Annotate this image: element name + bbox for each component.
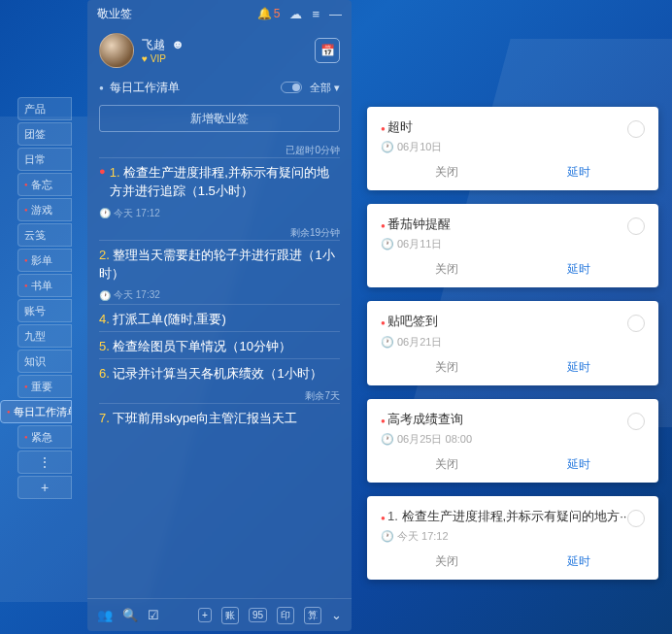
reminder-card: 高考成绩查询 🕐06月25日 08:00 关闭 延时 [367, 399, 658, 483]
delay-button[interactable]: 延时 [567, 553, 590, 570]
card-title: 番茄钟提醒 [381, 216, 645, 233]
clock-icon: 🕐 [381, 141, 394, 153]
task-list: 已超时0分钟 ● 1. 检查生产进度排程,并标示有疑问的地方并进行追踪（1.5小… [87, 140, 352, 598]
vip-badge: ♥ VIP [142, 53, 185, 64]
badge-95[interactable]: 95 [249, 608, 267, 622]
task-meta: 剩余19分钟 [99, 226, 340, 240]
side-tab[interactable]: 九型 [17, 324, 72, 348]
clock-icon: 🕐 [381, 336, 394, 349]
task-item[interactable]: 2. 整理当天需要赶的轮子并进行跟进（1小时） 🕐今天 17:32 [99, 240, 340, 305]
delay-button[interactable]: 延时 [567, 261, 590, 278]
list-header: ● 每日工作清单 全部 ▾ [87, 74, 352, 101]
panel-bottom: 👥 🔍 ☑ + 账 95 印 算 ⌄ [87, 598, 352, 631]
card-date: 🕐06月11日 [381, 237, 645, 251]
card-title: 贴吧签到 [381, 313, 645, 330]
side-tab[interactable]: 影单 [17, 249, 72, 272]
close-button[interactable]: 关闭 [435, 553, 458, 570]
card-date: 🕐06月25日 08:00 [381, 432, 645, 447]
more-tab[interactable]: ⋮ [17, 450, 72, 474]
complete-circle[interactable] [627, 120, 645, 138]
priority-dot-icon: ● [99, 164, 106, 201]
face-icon: ☻ [171, 37, 185, 51]
user-row: 飞越 ☻ ♥ VIP 📅 [87, 27, 352, 74]
delay-button[interactable]: 延时 [567, 164, 590, 181]
task-item[interactable]: ● 1. 检查生产进度排程,并标示有疑问的地方并进行追踪（1.5小时） 🕐今天 … [99, 157, 340, 222]
close-button[interactable]: 关闭 [435, 359, 458, 376]
minimize-icon[interactable]: — [329, 7, 342, 21]
complete-circle[interactable] [627, 413, 645, 430]
user-name: 飞越 [142, 38, 165, 51]
user-meta: 飞越 ☻ ♥ VIP [142, 37, 185, 64]
card-title: 高考成绩查询 [381, 411, 645, 428]
task-time: 🕐今天 17:32 [99, 288, 340, 302]
side-tab[interactable]: 日常 [17, 148, 72, 171]
card-date: 🕐06月10日 [381, 140, 645, 154]
badge-suan[interactable]: 算 [304, 607, 321, 624]
clock-icon: 🕐 [99, 208, 111, 218]
card-title: 1. 检查生产进度排程,并标示有疑问的地方·· [381, 508, 645, 525]
list-title: 每日工作清单 [110, 80, 281, 96]
close-button[interactable]: 关闭 [435, 164, 458, 181]
side-tab[interactable]: 团签 [17, 122, 72, 146]
reminder-card: 1. 检查生产进度排程,并标示有疑问的地方·· 🕐今天 17:12 关闭 延时 [367, 496, 658, 580]
card-date: 🕐今天 17:12 [381, 529, 645, 544]
delay-button[interactable]: 延时 [567, 359, 590, 376]
reminder-card: 贴吧签到 🕐06月21日 关闭 延时 [367, 301, 658, 384]
task-time: 🕐今天 17:12 [99, 207, 340, 220]
reminder-card: 超时 🕐06月10日 关闭 延时 [367, 107, 658, 190]
side-tab[interactable]: 每日工作清单 [0, 400, 72, 423]
task-item[interactable]: 4. 打派工单(随时,重要) [99, 304, 340, 331]
delay-button[interactable]: 延时 [567, 456, 590, 473]
calendar-icon[interactable]: 📅 [315, 38, 340, 63]
close-button[interactable]: 关闭 [435, 261, 458, 278]
reminder-card: 番茄钟提醒 🕐06月11日 关闭 延时 [367, 204, 658, 287]
side-tab[interactable]: 账号 [17, 299, 72, 322]
main-panel: 敬业签 🔔 5 ☁ ≡ — 飞越 ☻ ♥ VIP 📅 ● 每日工作清单 全部 ▾… [87, 0, 352, 631]
collapse-icon[interactable]: ⌄ [331, 608, 342, 622]
clock-icon: 🕐 [381, 238, 394, 250]
header-dot-icon: ● [99, 83, 104, 92]
cloud-icon[interactable]: ☁ [289, 7, 302, 21]
search-icon[interactable]: 🔍 [122, 608, 138, 622]
add-tab[interactable]: + [17, 476, 72, 499]
view-toggle[interactable] [281, 82, 302, 93]
task-meta: 已超时0分钟 [99, 144, 340, 157]
clock-icon: 🕐 [99, 290, 111, 301]
notification-count: 5 [274, 7, 281, 20]
plus-button[interactable]: + [198, 608, 212, 622]
side-tab[interactable]: 备忘 [17, 173, 72, 196]
clock-icon: 🕐 [381, 433, 394, 446]
task-item[interactable]: 6. 记录并计算当天各机床绩效（1小时） [99, 358, 340, 385]
contacts-icon[interactable]: 👥 [97, 608, 113, 622]
add-button[interactable]: 新增敬业签 [99, 105, 340, 132]
task-item[interactable]: 7. 下班前用skype向主管汇报当天工 [99, 403, 340, 430]
app-title: 敬业签 [97, 6, 252, 22]
card-title: 超时 [381, 118, 645, 136]
avatar[interactable] [99, 33, 134, 68]
menu-icon[interactable]: ≡ [312, 7, 319, 21]
side-tab[interactable]: 产品 [17, 97, 72, 120]
side-tab[interactable]: 云笺 [17, 223, 72, 247]
side-tab[interactable]: 书单 [17, 274, 72, 297]
badge-yin[interactable]: 印 [277, 607, 294, 624]
filter-dropdown[interactable]: 全部 ▾ [310, 81, 340, 95]
reminder-cards: 超时 🕐06月10日 关闭 延时 番茄钟提醒 🕐06月11日 关闭 延时 贴吧签… [367, 107, 658, 580]
side-tab[interactable]: 重要 [17, 375, 72, 398]
side-tab[interactable]: 知识 [17, 350, 72, 373]
clock-icon: 🕐 [381, 530, 394, 543]
complete-circle[interactable] [627, 510, 645, 527]
side-tabs: 产品团签日常备忘游戏云笺影单书单账号九型知识重要每日工作清单紧急⋮+ [17, 97, 72, 499]
task-item[interactable]: 5. 检查绘图员下单情况（10分钟） [99, 331, 340, 358]
task-meta: 剩余7天 [99, 389, 340, 403]
checklist-icon[interactable]: ☑ [148, 608, 159, 622]
close-button[interactable]: 关闭 [435, 456, 458, 473]
side-tab[interactable]: 游戏 [17, 198, 72, 221]
panel-top: 敬业签 🔔 5 ☁ ≡ — [87, 0, 352, 27]
badge-zhang[interactable]: 账 [221, 607, 239, 624]
card-date: 🕐06月21日 [381, 335, 645, 350]
bell-icon[interactable]: 🔔 [257, 7, 272, 20]
side-tab[interactable]: 紧急 [17, 425, 72, 449]
